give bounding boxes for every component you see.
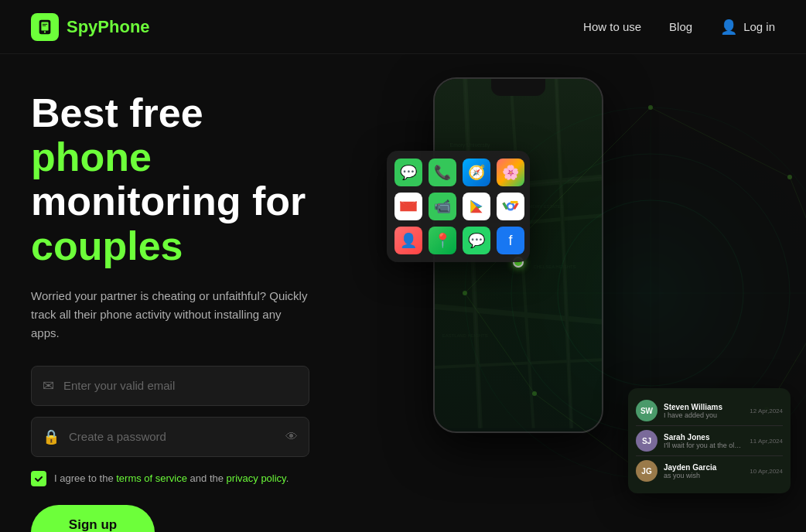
msg-name-2: Sarah Jones [664,433,743,442]
app-photos: 🌸 [497,159,524,186]
app-chrome [497,193,524,220]
msg-content-2: Sarah Jones I'll wait for you at the old… [664,433,743,449]
signup-button[interactable]: Sign up free [31,505,155,532]
msg-time-2: 11 Apr,2024 [750,438,783,445]
app-contacts: 👤 [394,227,422,254]
message-item-3: JG Jayden Garcia as you wish 10 Apr,2024 [636,456,783,486]
terms-checkbox[interactable] [31,471,46,486]
email-icon: ✉ [43,377,54,394]
terms-row: I agree to the terms of service and the … [31,471,309,486]
hero-left: Best free phone monitoring for couples W… [0,54,340,532]
app-facetime: 📹 [429,193,456,220]
msg-text-3: as you wish [664,472,743,479]
hero-subtext: Worried your partner is cheating or unfa… [31,287,309,343]
navbar: SpyPhone How to use Blog 👤 Log in [0,0,806,54]
hero-heading: Best free phone monitoring for couples [31,91,309,268]
terms-link[interactable]: terms of service [116,472,187,484]
msg-text-2: I'll wait for you at the old place [664,442,743,449]
msg-text-1: I have added you [664,411,743,419]
avatar-3: JG [636,460,657,482]
msg-name-3: Jayden Garcia [664,463,743,472]
user-icon: 👤 [720,19,737,36]
phone-notch [491,79,545,96]
message-item-2: SJ Sarah Jones I'll wait for you at the … [636,426,783,456]
privacy-link[interactable]: privacy policy [227,472,286,484]
svg-point-39 [508,204,513,209]
password-input-wrapper: 🔒 👁 [31,417,309,457]
msg-name-1: Steven Williams [664,403,743,411]
hero-right: Emory University EMORY ESTATES CHELSEA H… [340,54,806,532]
app-grid-overlay: 💬 📞 🧭 🌸 📹 👤 📍 💬 f [387,151,530,262]
message-item-1: SW Steven Williams I have added you 12 A… [636,396,783,426]
msg-content-3: Jayden Garcia as you wish [664,463,743,479]
avatar-1: SW [636,400,657,421]
email-input[interactable] [63,379,298,392]
logo[interactable]: SpyPhone [31,13,150,41]
app-facebook: f [497,227,524,254]
msg-time-3: 10 Apr,2024 [750,468,783,475]
app-playstore [463,193,490,220]
nav-login[interactable]: 👤 Log in [720,19,775,36]
nav-links: How to use Blog 👤 Log in [583,19,775,36]
terms-label: I agree to the terms of service and the … [54,472,289,484]
nav-how-to-use[interactable]: How to use [583,20,641,33]
app-whatsapp: 💬 [463,227,490,254]
nav-blog[interactable]: Blog [669,20,692,33]
password-form-group: 🔒 👁 [31,417,309,457]
hero-section: Best free phone monitoring for couples W… [0,54,806,532]
svg-point-2 [44,31,46,32]
app-safari: 🧭 [463,159,490,186]
avatar-2: SJ [636,430,657,452]
app-maps: 📍 [429,227,456,254]
msg-content-1: Steven Williams I have added you [664,403,743,419]
lock-icon: 🔒 [43,428,60,445]
app-phone: 📞 [429,159,456,186]
logo-text: SpyPhone [67,17,150,37]
svg-rect-1 [41,22,48,30]
logo-icon [31,13,59,41]
messages-overlay: SW Steven Williams I have added you 12 A… [628,388,791,493]
eye-icon[interactable]: 👁 [285,430,298,444]
app-gmail [394,193,422,220]
email-form-group: ✉ [31,366,309,406]
msg-time-1: 12 Apr,2024 [750,408,783,414]
app-messages: 💬 [394,159,422,186]
password-input[interactable] [69,430,276,443]
email-input-wrapper: ✉ [31,366,309,406]
